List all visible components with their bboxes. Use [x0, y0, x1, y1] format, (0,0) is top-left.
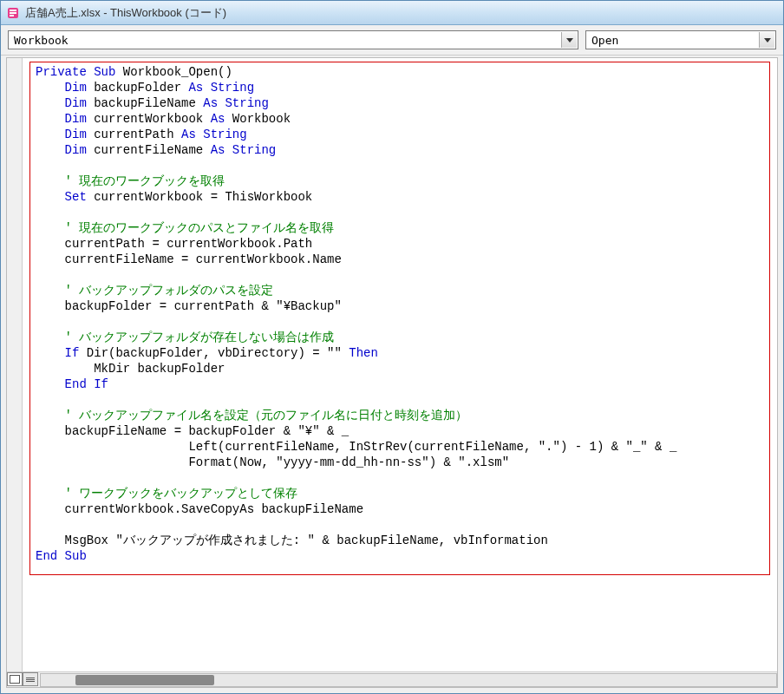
titlebar[interactable]: 店舗A売上.xlsx - ThisWorkbook (コード)	[1, 1, 783, 25]
workbook-icon	[6, 6, 20, 20]
procedure-dropdown[interactable]: Open	[585, 30, 776, 49]
view-toggle-group	[7, 672, 38, 687]
procedure-dropdown-value: Open	[591, 34, 618, 47]
svg-rect-3	[10, 15, 14, 16]
horizontal-scrollbar[interactable]	[40, 673, 777, 687]
dropdown-row: Workbook Open	[1, 25, 783, 56]
procedure-view-button[interactable]	[7, 672, 23, 686]
scrollbar-thumb[interactable]	[75, 675, 214, 685]
code-highlight-box: Private Sub Workbook_Open() Dim backupFo…	[29, 62, 770, 575]
object-dropdown[interactable]: Workbook	[8, 30, 578, 49]
svg-rect-2	[10, 12, 16, 14]
window-title: 店舗A売上.xlsx - ThisWorkbook (コード)	[25, 5, 226, 21]
chevron-down-icon	[759, 32, 774, 48]
bottom-toolbar	[7, 671, 777, 687]
vbe-window: 店舗A売上.xlsx - ThisWorkbook (コード) Workbook…	[0, 0, 784, 694]
margin-indicator-bar	[7, 58, 23, 671]
svg-rect-1	[10, 10, 16, 11]
code-text[interactable]: Private Sub Workbook_Open() Dim backupFo…	[36, 64, 769, 564]
code-pane: Private Sub Workbook_Open() Dim backupFo…	[6, 57, 778, 688]
object-dropdown-value: Workbook	[14, 34, 69, 47]
code-editor[interactable]: Private Sub Workbook_Open() Dim backupFo…	[23, 58, 777, 671]
full-module-view-button[interactable]	[23, 672, 38, 686]
chevron-down-icon	[561, 32, 577, 48]
